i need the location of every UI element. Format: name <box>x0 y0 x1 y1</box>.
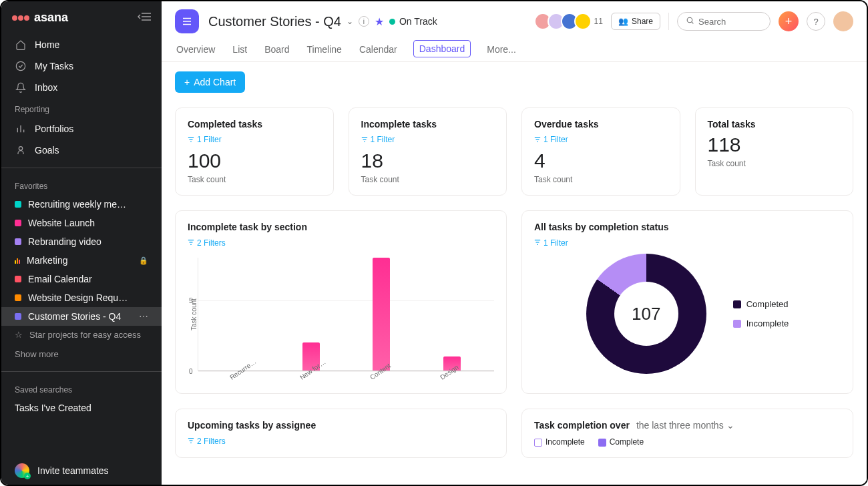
more-icon[interactable]: ⋯ <box>139 311 148 322</box>
nav-label: Home <box>35 39 59 50</box>
topbar: Customer Stories - Q4 ⌄ i ★ On Track <box>162 1 867 33</box>
saved-search-label: Tasks I've Created <box>15 403 148 413</box>
donut-legend: CompletedIncomplete <box>733 299 789 328</box>
collapse-sidebar-icon[interactable] <box>138 11 151 25</box>
star-icon[interactable]: ★ <box>375 15 384 28</box>
show-more-link[interactable]: Show more <box>1 344 162 364</box>
search-input[interactable]: Search <box>677 12 771 31</box>
member-avatars[interactable]: 11 <box>538 13 603 30</box>
stat-card[interactable]: Total tasks118Task count <box>695 107 854 196</box>
sidebar-favorite-item[interactable]: Recruiting weekly me… <box>1 195 162 214</box>
people-icon: 👥 <box>618 17 628 26</box>
avatar <box>574 13 592 30</box>
chart-title: Incomplete task by section <box>188 222 494 232</box>
favorite-label: Marketing <box>27 255 132 266</box>
help-button[interactable]: ? <box>807 12 825 31</box>
stat-title: Total tasks <box>708 119 841 130</box>
y-axis-label: Task count <box>188 258 198 371</box>
plus-icon: + <box>785 15 793 29</box>
tab-list[interactable]: List <box>231 40 248 61</box>
filter-text: 1 Filter <box>544 238 568 248</box>
tab-board[interactable]: Board <box>263 40 290 61</box>
saved-searches-label: Saved searches <box>1 379 162 399</box>
share-button[interactable]: 👥 Share <box>611 13 660 30</box>
nav-portfolios[interactable]: Portfolios <box>7 118 156 140</box>
tab-timeline[interactable]: Timeline <box>306 40 343 61</box>
nav-label: Goals <box>35 145 59 156</box>
sidebar-favorite-item[interactable]: Email Calendar <box>1 270 162 288</box>
add-chart-button[interactable]: + Add Chart <box>175 71 245 93</box>
legend-item: Incomplete <box>733 318 789 328</box>
project-icon[interactable] <box>175 9 199 33</box>
time-chart-card[interactable]: Task completion over the last three mont… <box>521 409 853 458</box>
nav-my-tasks[interactable]: My Tasks <box>7 55 156 77</box>
favorite-label: Website Design Requ… <box>28 292 148 303</box>
legend-item: Complete <box>598 437 644 447</box>
saved-search-item[interactable]: Tasks I've Created <box>1 399 162 417</box>
tab-dashboard[interactable]: Dashboard <box>413 40 471 57</box>
status-pill[interactable]: On Track <box>389 16 437 27</box>
sidebar-favorite-item[interactable]: Rebranding video <box>1 232 162 251</box>
user-avatar[interactable] <box>833 11 853 31</box>
favorite-label: Recruiting weekly me… <box>28 199 148 210</box>
donut-chart-card[interactable]: All tasks by completion status 1 Filter … <box>521 210 853 394</box>
sidebar-favorite-item[interactable]: Customer Stories - Q4⋯ <box>1 307 162 326</box>
time-range-dropdown[interactable]: the last three months ⌄ <box>636 420 734 431</box>
project-title[interactable]: Customer Stories - Q4 <box>208 14 341 29</box>
stat-title: Incomplete tasks <box>361 119 495 130</box>
chevron-down-icon[interactable]: ⌄ <box>347 17 353 26</box>
logo-text: asana <box>34 11 68 25</box>
nav-label: Inbox <box>35 82 57 93</box>
target-icon <box>15 144 27 156</box>
info-icon[interactable]: i <box>359 16 369 27</box>
nav-inbox[interactable]: Inbox <box>7 77 156 98</box>
stat-card[interactable]: Completed tasks 1 Filter100Task count <box>175 107 334 196</box>
chart-title: Task completion over <box>534 420 630 431</box>
bar-chart-card[interactable]: Incomplete task by section 2 Filters Tas… <box>175 210 507 394</box>
svg-line-12 <box>692 22 694 24</box>
chart-title: Upcoming tasks by assignee <box>188 420 494 431</box>
filter-link[interactable]: 2 Filters <box>188 238 226 248</box>
quick-add-button[interactable]: + <box>779 11 799 31</box>
invite-avatar-icon: + <box>15 463 29 478</box>
chart-title: All tasks by completion status <box>534 222 841 232</box>
status-text: On Track <box>399 16 437 27</box>
project-color-dot <box>15 276 21 282</box>
mini-bars-icon <box>15 257 20 264</box>
stat-card[interactable]: Overdue tasks 1 Filter4Task count <box>521 107 680 196</box>
logo[interactable]: asana <box>12 11 68 25</box>
sidebar-favorite-item[interactable]: Website Design Requ… <box>1 288 162 307</box>
filter-link[interactable]: 1 Filter <box>361 135 395 144</box>
filter-link[interactable]: 1 Filter <box>188 135 222 144</box>
filter-link[interactable]: 2 Filters <box>188 437 226 446</box>
donut-center-value: 107 <box>632 304 660 324</box>
nav-goals[interactable]: Goals <box>7 140 156 161</box>
filter-link[interactable]: 1 Filter <box>534 135 568 144</box>
stat-subtitle: Task count <box>188 175 321 184</box>
filter-text: 2 Filters <box>197 437 226 446</box>
check-circle-icon <box>15 60 27 72</box>
reporting-label: Reporting <box>1 98 162 118</box>
filter-icon <box>188 238 194 248</box>
stat-title: Overdue tasks <box>534 119 668 130</box>
invite-teammates[interactable]: + Invite teammates <box>1 457 162 485</box>
nav-home[interactable]: Home <box>7 34 156 55</box>
stat-subtitle: Task count <box>708 159 841 168</box>
filter-link[interactable]: 1 Filter <box>534 238 568 248</box>
time-range-text: the last three months <box>636 420 724 431</box>
tab-more[interactable]: More... <box>485 40 517 61</box>
donut-chart: 107 <box>586 254 706 374</box>
share-label: Share <box>632 17 653 26</box>
favorites-label: Favorites <box>1 175 162 195</box>
sidebar-favorite-item[interactable]: Website Launch <box>1 214 162 232</box>
time-legend: IncompleteComplete <box>534 437 841 447</box>
tab-calendar[interactable]: Calendar <box>358 40 399 61</box>
tab-overview[interactable]: Overview <box>175 40 216 61</box>
chevron-down-icon: ⌄ <box>726 420 734 431</box>
stat-card[interactable]: Incomplete tasks 1 Filter18Task count <box>349 107 507 196</box>
upcoming-chart-card[interactable]: Upcoming tasks by assignee 2 Filters <box>175 409 507 458</box>
star-outline-icon: ☆ <box>15 330 23 340</box>
sidebar-favorite-item[interactable]: Marketing🔒 <box>1 251 162 270</box>
stat-subtitle: Task count <box>361 175 495 184</box>
project-color-dot <box>15 294 21 301</box>
